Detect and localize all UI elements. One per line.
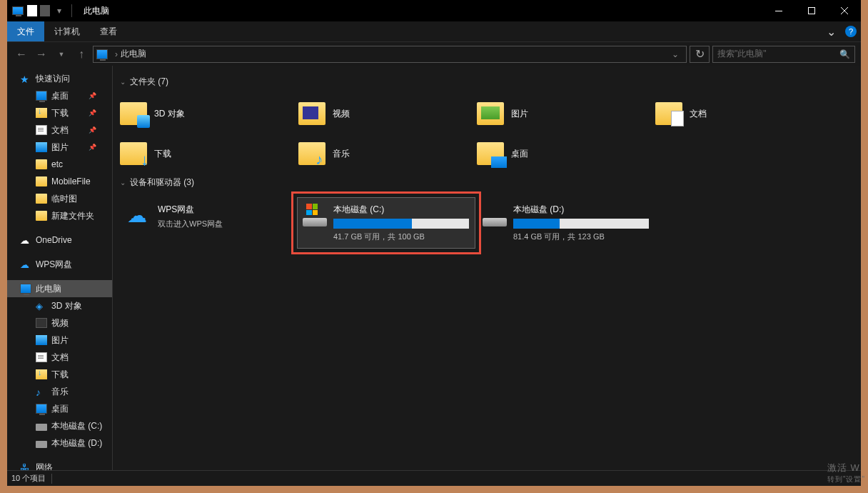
sidebar-pc-item[interactable]: 文档 <box>7 349 112 366</box>
folder-icon <box>655 102 682 125</box>
refresh-button[interactable]: ↻ <box>690 46 710 63</box>
maximize-button[interactable] <box>795 0 828 21</box>
folder-label: 图片 <box>511 108 528 120</box>
drive-usage-bar <box>513 219 649 229</box>
sidebar-onedrive[interactable]: ☁OneDrive <box>7 231 112 249</box>
folder-item[interactable]: 文档 <box>652 94 831 134</box>
sidebar-pc-item[interactable]: 桌面 <box>7 400 112 417</box>
sidebar-qa-item[interactable]: 桌面 <box>7 87 112 104</box>
sidebar-pc-item[interactable]: 本地磁盘 (D:) <box>7 434 112 452</box>
folder-item[interactable]: 下载 <box>117 134 296 174</box>
system-icon[interactable] <box>11 4 24 17</box>
search-input[interactable]: 搜索"此电脑" 🔍 <box>712 46 855 63</box>
sidebar-pc-item[interactable]: ♪音乐 <box>7 383 112 400</box>
forward-button[interactable]: → <box>33 46 50 63</box>
img-icon <box>36 142 47 152</box>
wps-cloud-icon: ☁ <box>123 204 151 226</box>
folder-item[interactable]: 视频 <box>296 94 474 134</box>
ribbon: 文件 计算机 查看 ⌄ ? <box>7 21 861 41</box>
recent-dropdown-icon[interactable]: ▼ <box>53 46 70 63</box>
statusbar: 10 个项目 <box>7 470 861 486</box>
sidebar-pc-item[interactable]: 视频 <box>7 314 112 332</box>
ribbon-expand-icon[interactable]: ⌄ <box>821 21 841 41</box>
folderY-icon <box>36 211 47 221</box>
up-button[interactable]: ↑ <box>73 46 90 63</box>
sidebar-qa-item[interactable]: 下载 <box>7 104 112 121</box>
disk-icon <box>483 204 506 226</box>
sidebar-quick-access[interactable]: ★快速访问 <box>7 70 112 87</box>
sidebar-qa-item[interactable]: 新建文件夹 <box>7 207 112 224</box>
network-icon: 🖧 <box>20 462 31 470</box>
drive-usage-bar <box>333 219 469 229</box>
minimize-button[interactable] <box>762 0 795 21</box>
sidebar-qa-item[interactable]: etc <box>7 156 112 173</box>
search-icon: 🔍 <box>839 49 850 59</box>
folder-icon <box>120 142 147 165</box>
help-icon[interactable]: ? <box>841 21 861 41</box>
img-icon <box>36 335 47 345</box>
close-button[interactable] <box>828 0 861 21</box>
activation-watermark: 激活 W 转到"设置" <box>827 462 865 484</box>
drive-c[interactable]: 本地磁盘 (C:) 41.7 GB 可用，共 100 GB <box>297 197 475 249</box>
folderY-icon <box>36 159 47 169</box>
divider <box>51 474 52 484</box>
folder-item[interactable]: 音乐 <box>296 134 474 174</box>
chevron-down-icon: ⌄ <box>120 179 126 186</box>
section-drives[interactable]: ⌄ 设备和驱动器 (3) <box>117 174 857 194</box>
sidebar-wps[interactable]: ☁WPS网盘 <box>7 256 112 273</box>
sidebar-pc-item[interactable]: 图片 <box>7 332 112 349</box>
folderY-icon <box>36 176 47 186</box>
folder-icon <box>120 102 147 125</box>
folder-label: 音乐 <box>333 148 350 160</box>
cloud-icon: ☁ <box>20 235 31 245</box>
drive-icon <box>36 441 47 448</box>
sidebar-pc-item[interactable]: 下载 <box>7 366 112 383</box>
tab-computer[interactable]: 计算机 <box>44 21 90 41</box>
folder-item[interactable]: 图片 <box>474 94 652 134</box>
doc-icon <box>36 352 47 362</box>
folder-item[interactable]: 3D 对象 <box>117 94 296 134</box>
svg-rect-0 <box>775 11 782 11</box>
sidebar-qa-item[interactable]: 文档 <box>7 121 112 139</box>
drive-name: WPS网盘 <box>158 204 289 216</box>
pc-icon <box>96 49 108 59</box>
folder-label: 下载 <box>154 148 171 160</box>
back-button[interactable]: ← <box>13 46 30 63</box>
section-folders[interactable]: ⌄ 文件夹 (7) <box>117 73 857 94</box>
sidebar-pc-item[interactable]: 本地磁盘 (C:) <box>7 417 112 434</box>
folder-icon <box>477 142 504 165</box>
navbar: ← → ▼ ↑ › 此电脑 ⌄ ↻ 搜索"此电脑" 🔍 <box>7 41 861 66</box>
pc-icon <box>20 284 31 294</box>
address-dropdown-icon[interactable]: ⌄ <box>667 49 683 59</box>
drive-wps[interactable]: ☁ WPS网盘 双击进入WPS网盘 <box>117 197 296 249</box>
music-icon: ♪ <box>36 387 47 397</box>
chevron-down-icon: ⌄ <box>120 78 126 86</box>
drive-status: 81.4 GB 可用，共 123 GB <box>513 231 649 242</box>
sidebar-qa-item[interactable]: 临时图 <box>7 190 112 207</box>
sidebar: ★快速访问 桌面下载文档图片etcMobileFile临时图新建文件夹 ☁One… <box>7 66 113 470</box>
sidebar-network[interactable]: 🖧网络 <box>7 459 112 470</box>
folder-item[interactable]: 桌面 <box>474 134 652 174</box>
disk-icon <box>303 204 326 226</box>
qat-dropdown-icon[interactable]: ▾ <box>53 4 66 17</box>
sidebar-pc-item[interactable]: ◈3D 对象 <box>7 297 112 314</box>
qat-icon-1[interactable] <box>27 5 37 16</box>
vid-icon <box>36 318 47 328</box>
drive-d[interactable]: 本地磁盘 (D:) 81.4 GB 可用，共 123 GB <box>477 197 655 249</box>
folder-icon <box>298 102 326 125</box>
sidebar-this-pc[interactable]: 此电脑 <box>7 280 112 297</box>
folderY-icon <box>36 194 47 204</box>
tab-file[interactable]: 文件 <box>7 21 44 41</box>
drive-name: 本地磁盘 (C:) <box>333 204 469 216</box>
svg-rect-1 <box>809 8 815 14</box>
folder-icon <box>298 142 326 165</box>
address-bar[interactable]: › 此电脑 ⌄ <box>93 46 687 63</box>
doc-icon <box>36 125 47 135</box>
sidebar-qa-item[interactable]: 图片 <box>7 139 112 156</box>
qat-icon-2[interactable] <box>40 5 50 16</box>
folder-icon <box>477 102 504 125</box>
drive-icon <box>36 424 47 431</box>
sidebar-qa-item[interactable]: MobileFile <box>7 173 112 190</box>
window-titlebar: ▾ 此电脑 <box>7 0 861 21</box>
tab-view[interactable]: 查看 <box>90 21 127 41</box>
